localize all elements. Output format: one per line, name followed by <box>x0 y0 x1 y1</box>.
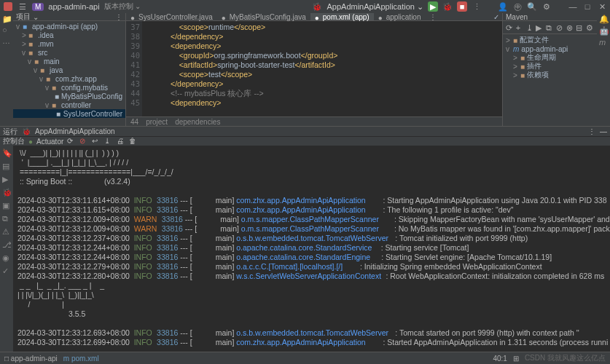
run-tool-icon[interactable]: ▶ <box>2 175 11 183</box>
problems-icon[interactable]: ⚠ <box>2 227 11 236</box>
editor-tab[interactable]: ●SysUserController.java <box>126 13 217 20</box>
tree-item[interactable]: ■MyBatisPlusConfig <box>13 92 125 100</box>
maven-skip-icon[interactable]: ⊗ <box>566 23 574 32</box>
stop-run-icon[interactable]: ⊘ <box>79 137 88 146</box>
maven-item[interactable]: >■配置文件 <box>503 36 597 44</box>
settings-icon[interactable]: ⚙ <box>541 1 552 12</box>
maven-run-icon[interactable]: ▶ <box>536 23 544 32</box>
run-config-dropdown[interactable]: AppAdminApiApplication ⌄ <box>326 2 423 12</box>
project-sidebar: 项目 ⌄ ⋮ v■app-admin-api (app)>■.idea>■.mv… <box>13 13 126 126</box>
run-header: 运行 🐞 AppAdminApiApplication ⋮ — <box>0 127 610 136</box>
maven-item[interactable]: >■依赖项 <box>503 71 597 79</box>
sidebar-header: 项目 ⌄ ⋮ <box>13 13 125 21</box>
run-button[interactable]: ▶ <box>428 1 438 12</box>
debug-button[interactable]: 🐞 <box>442 1 453 12</box>
vcs-dropdown[interactable]: 版本控制 ⌄ <box>104 1 141 12</box>
maven-exec-icon[interactable]: ⧉ <box>546 23 554 32</box>
scroll-icon[interactable]: ⤓ <box>104 137 113 146</box>
tabs-more-icon[interactable]: ⋮ <box>425 13 441 20</box>
maven-reload-icon[interactable]: ⟳ <box>506 23 514 32</box>
svg-text:m: m <box>599 38 606 47</box>
line-gutter: 37 38 39 40 41 42 43 44 45 <box>126 21 142 116</box>
tree-item[interactable]: v■app-admin-api (app) <box>13 22 125 31</box>
git-icon[interactable]: ⎇ <box>2 240 11 249</box>
maven-item[interactable]: >■生命周期 <box>503 53 597 62</box>
todo-icon[interactable]: ✓ <box>2 266 11 275</box>
editor-tab[interactable]: ●pom.xml (app) <box>310 13 374 20</box>
status-breadcrumb-2[interactable]: m pom.xml <box>63 355 99 363</box>
project-tree: v■app-admin-api (app)>■.idea>■.mvnv■srcv… <box>13 21 125 119</box>
maven-tool-icon[interactable]: m <box>599 38 608 47</box>
print-icon[interactable]: 🖨 <box>117 137 125 146</box>
editor-body: 37 38 39 40 41 42 43 44 45 <scope>runtim… <box>126 21 502 116</box>
tab-console[interactable]: 控制台 <box>3 136 25 146</box>
debug-tool-icon[interactable]: 🐞 <box>2 188 11 197</box>
maven-toggle-offline-icon[interactable]: ⊘ <box>556 23 564 32</box>
project-badge: M <box>32 3 44 11</box>
tree-item[interactable]: v■config.mybatis <box>13 83 125 92</box>
maven-settings-icon[interactable]: ⚙ <box>586 23 594 32</box>
run-subheader: 控制台 ● Actuator ⟳ ⊘ ↩ ⤓ 🖨 🗑 <box>0 136 610 146</box>
hamburger-icon[interactable]: ☰ <box>17 1 28 12</box>
svg-rect-0 <box>4 2 12 11</box>
tree-item[interactable]: >■.idea <box>13 31 125 39</box>
tree-item[interactable]: v■controller <box>13 100 125 109</box>
cwm-icon[interactable]: 👤 <box>498 1 508 12</box>
tab-actuator[interactable]: Actuator <box>36 138 63 146</box>
minimize-icon[interactable]: — <box>568 1 578 12</box>
maven-collapse-icon[interactable]: ⊟ <box>576 23 584 32</box>
status-breadcrumb-1[interactable]: □ app-admin-api <box>4 355 58 363</box>
right-toolbar: 🔔 🤖 m <box>597 13 610 126</box>
editor-tab[interactable]: ●MyBatisPlusConfig.java <box>217 13 310 20</box>
terminal-icon[interactable]: ▣ <box>2 201 11 210</box>
maven-toolbar: ⟳ + ⤓ ▶ ⧉ ⊘ ⊗ ⊟ ⚙ <box>503 21 597 34</box>
translate-icon[interactable]: ㊥ <box>512 1 523 12</box>
editor-tab[interactable]: ●application <box>374 13 426 20</box>
tree-item[interactable]: v■src <box>13 48 125 57</box>
clear-icon[interactable]: 🗑 <box>129 137 138 146</box>
watermark: CSDN 我就风趣这么亿点 <box>525 353 606 363</box>
services-icon[interactable]: ⧉ <box>2 214 11 223</box>
cursor-position[interactable]: 40:1 <box>493 355 507 363</box>
tree-item[interactable]: >■.mvn <box>13 39 125 48</box>
more-icon[interactable]: ⋮ <box>472 1 482 12</box>
breadcrumb-project[interactable]: project <box>146 118 168 126</box>
titlebar: ☰ M app-admin-api 版本控制 ⌄ 🐞 AppAdminApiAp… <box>0 0 610 13</box>
run-more-icon[interactable]: ⋮ <box>588 127 595 135</box>
tree-item[interactable]: v■main <box>13 57 125 66</box>
ai-assistant-icon[interactable]: 🤖 <box>599 26 608 35</box>
maximize-icon[interactable]: □ <box>582 1 593 12</box>
breadcrumb-dependencies[interactable]: dependencies <box>175 118 220 126</box>
tree-item[interactable]: v■java <box>13 66 125 74</box>
notifications-icon[interactable]: 🔔 <box>599 15 608 23</box>
editor-breadcrumb: 44 project dependencies <box>126 116 502 126</box>
main-area: 📁 ○ … 项目 ⌄ ⋮ v■app-admin-api (app)>■.ide… <box>0 13 610 126</box>
maven-item[interactable]: >■插件 <box>503 62 597 71</box>
commit-tool-icon[interactable]: ○ <box>2 25 11 34</box>
maven-panel: Maven ⟳ + ⤓ ▶ ⧉ ⊘ ⊗ ⊟ ⚙ >■配置文件vmapp-admi… <box>502 13 597 126</box>
close-window-icon[interactable]: ✕ <box>597 1 607 12</box>
project-tool-icon[interactable]: 📁 <box>2 15 11 23</box>
search-icon[interactable]: 🔍 <box>527 1 537 12</box>
run-panel: 运行 🐞 AppAdminApiApplication ⋮ — 控制台 ● Ac… <box>0 126 610 352</box>
run-output[interactable]: \\/ ___)| |_)| | | | | || (_| | ) ) ) ) … <box>13 146 610 352</box>
structure-tool-icon[interactable]: … <box>2 36 11 45</box>
sidebar-more-icon[interactable]: ⋮ <box>115 13 122 21</box>
tree-item[interactable]: ■SysUserController <box>13 109 125 118</box>
rerun-icon[interactable]: ⟳ <box>67 137 76 146</box>
project-name[interactable]: app-admin-api <box>48 2 99 11</box>
tree-item[interactable]: v■com.zhx.app <box>13 74 125 83</box>
maven-generate-icon[interactable]: + <box>516 23 524 32</box>
layers-icon[interactable]: ▤ <box>2 162 11 170</box>
maven-download-icon[interactable]: ⤓ <box>526 23 534 32</box>
editor-check-icon[interactable]: ✓ <box>490 13 502 21</box>
stop-button[interactable]: ■ <box>457 1 467 12</box>
bookmarks-icon[interactable]: 🔖 <box>2 149 11 157</box>
run-hide-icon[interactable]: — <box>600 127 607 135</box>
vcs-icon[interactable]: ◉ <box>2 253 11 262</box>
run-config-label: AppAdminApiApplication <box>35 127 115 135</box>
code-area[interactable]: <scope>runtime</scope> </dependency> <de… <box>142 21 502 116</box>
left-toolbar: 📁 ○ … <box>0 13 13 126</box>
softwrap-icon[interactable]: ↩ <box>92 137 101 146</box>
editor-tabs: ●SysUserController.java●MyBatisPlusConfi… <box>126 13 502 21</box>
